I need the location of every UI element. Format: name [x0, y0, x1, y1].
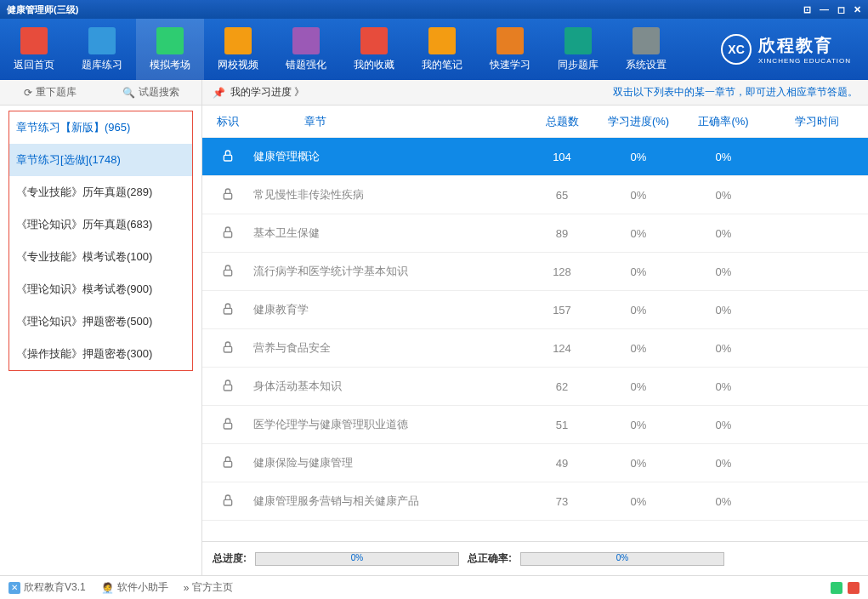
lock-icon	[202, 264, 253, 280]
row-progress: 0%	[596, 265, 681, 278]
row-correct: 0%	[681, 227, 766, 240]
svg-rect-0	[224, 155, 231, 161]
minimize-icon[interactable]: —	[820, 4, 829, 15]
search-questions-button[interactable]: 🔍 试题搜索	[101, 80, 202, 105]
table-row[interactable]: 基本卫生保健890%0%	[202, 214, 868, 253]
row-chapter: 健康管理概论	[253, 149, 528, 164]
table-row[interactable]: 健康管理概论1040%0%	[202, 138, 868, 176]
statusbar: ✕ 欣程教育V3.1 🧑‍💼 软件小助手 » 官方主页	[0, 575, 868, 599]
sidebar: 章节练习【新版】(965)章节练习[选做](1748)《专业技能》历年真题(28…	[0, 106, 202, 575]
official-site[interactable]: » 官方主页	[184, 580, 234, 595]
software-helper[interactable]: 🧑‍💼 软件小助手	[101, 580, 168, 595]
svg-rect-8	[224, 461, 231, 467]
reload-bank-button[interactable]: ⟳ 重下题库	[0, 80, 101, 105]
svg-rect-9	[224, 499, 231, 505]
table-row[interactable]: 医学伦理学与健康管理职业道德510%0%	[202, 406, 868, 444]
signal-icon[interactable]	[848, 582, 859, 594]
toolbar-label: 返回首页	[14, 58, 54, 72]
row-progress: 0%	[596, 380, 681, 393]
total-correct-label: 总正确率:	[468, 551, 512, 566]
row-total: 157	[528, 304, 596, 317]
toolbar-item-6[interactable]: 我的笔记	[408, 19, 476, 80]
sidebar-item-0[interactable]: 章节练习【新版】(965)	[9, 111, 192, 144]
row-chapter: 健康保险与健康管理	[253, 455, 528, 471]
toolbar-item-4[interactable]: 错题强化	[272, 19, 340, 80]
lock-icon	[202, 340, 253, 357]
row-total: 89	[528, 227, 596, 240]
header-total: 总题数	[528, 114, 596, 129]
row-total: 104	[528, 151, 596, 163]
lock-icon	[202, 149, 253, 165]
svg-rect-1	[224, 193, 231, 199]
row-progress: 0%	[596, 227, 681, 240]
sidebar-item-4[interactable]: 《专业技能》模考试卷(100)	[9, 241, 192, 273]
row-total: 124	[528, 342, 596, 355]
row-chapter: 营养与食品安全	[253, 340, 528, 356]
table-row[interactable]: 常见慢性非传染性疾病650%0%	[202, 176, 868, 214]
svg-rect-4	[224, 308, 231, 314]
table-row[interactable]: 健康保险与健康管理490%0%	[202, 444, 868, 482]
svg-rect-7	[224, 423, 231, 429]
toolbar-item-9[interactable]: 系统设置	[612, 19, 680, 80]
table-row[interactable]: 营养与食品安全1240%0%	[202, 329, 868, 368]
lock-icon	[202, 187, 253, 203]
row-total: 62	[528, 380, 596, 393]
total-progress-bar: 0%	[255, 552, 459, 566]
toolbar-icon-5	[360, 27, 388, 54]
svg-rect-2	[224, 231, 231, 237]
row-progress: 0%	[596, 495, 681, 508]
titlebar: 健康管理师(三级) ⊡ — ◻ ✕	[0, 0, 868, 19]
sidebar-item-5[interactable]: 《理论知识》模考试卷(900)	[9, 273, 192, 305]
content-area: 标识 章节 总题数 学习进度(%) 正确率(%) 学习时间 健康管理概论1040…	[202, 106, 868, 575]
row-total: 65	[528, 189, 596, 202]
toolbar-label: 模拟考场	[150, 58, 190, 72]
toolbar-label: 快速学习	[490, 58, 530, 72]
toolbar-label: 网校视频	[218, 58, 258, 72]
maximize-icon[interactable]: ◻	[837, 4, 845, 15]
restore-icon[interactable]: ⊡	[803, 4, 811, 15]
sidebar-item-7[interactable]: 《操作技能》押题密卷(300)	[9, 338, 192, 370]
sidebar-item-6[interactable]: 《理论知识》押题密卷(500)	[9, 305, 192, 338]
stats-icon[interactable]	[831, 582, 842, 594]
toolbar-icon-6	[428, 27, 456, 54]
toolbar-item-2[interactable]: 模拟考场	[136, 19, 204, 80]
header-correct: 正确率(%)	[681, 114, 766, 129]
my-progress-link[interactable]: 📌 我的学习进度 》	[213, 85, 304, 100]
close-icon[interactable]: ✕	[854, 4, 861, 15]
toolbar-icon-0	[20, 27, 48, 54]
row-correct: 0%	[681, 380, 766, 393]
toolbar-icon-1	[88, 27, 116, 54]
toolbar-item-3[interactable]: 网校视频	[204, 19, 272, 80]
pin-icon: 📌	[213, 87, 225, 99]
brand-en: XINCHENG EDUCATION	[758, 57, 851, 65]
toolbar-item-1[interactable]: 题库练习	[68, 19, 136, 80]
row-total: 73	[528, 495, 596, 508]
brand: XC欣程教育XINCHENG EDUCATION	[721, 34, 851, 65]
table-row[interactable]: 健康管理服务营销与相关健康产品730%0%	[202, 482, 868, 521]
search-icon: 🔍	[122, 87, 135, 99]
lock-icon	[202, 379, 253, 395]
table-row[interactable]: 流行病学和医学统计学基本知识1280%0%	[202, 253, 868, 291]
toolbar-icon-7	[496, 27, 524, 54]
app-version[interactable]: ✕ 欣程教育V3.1	[9, 580, 86, 595]
toolbar-label: 我的笔记	[422, 58, 462, 72]
sidebar-item-3[interactable]: 《理论知识》历年真题(683)	[9, 208, 192, 241]
lock-icon	[202, 455, 253, 471]
row-progress: 0%	[596, 151, 681, 163]
row-correct: 0%	[681, 304, 766, 317]
toolbar-icon-9	[633, 27, 660, 54]
toolbar-item-5[interactable]: 我的收藏	[340, 19, 408, 80]
toolbar-item-7[interactable]: 快速学习	[476, 19, 544, 80]
toolbar-item-0[interactable]: 返回首页	[0, 19, 68, 80]
row-chapter: 基本卫生保健	[253, 225, 528, 241]
table-row[interactable]: 健康教育学1570%0%	[202, 291, 868, 329]
close-small-icon: ✕	[9, 582, 20, 594]
lock-icon	[202, 225, 253, 242]
sidebar-item-1[interactable]: 章节练习[选做](1748)	[9, 144, 192, 176]
table-body[interactable]: 健康管理概论1040%0%常见慢性非传染性疾病650%0%基本卫生保健890%0…	[202, 138, 868, 541]
hint-text: 双击以下列表中的某一章节，即可进入相应章节答题。	[613, 85, 858, 100]
sidebar-item-2[interactable]: 《专业技能》历年真题(289)	[9, 176, 192, 208]
toolbar-item-8[interactable]: 同步题库	[544, 19, 612, 80]
table-row[interactable]: 身体活动基本知识620%0%	[202, 368, 868, 406]
row-chapter: 身体活动基本知识	[253, 379, 528, 394]
